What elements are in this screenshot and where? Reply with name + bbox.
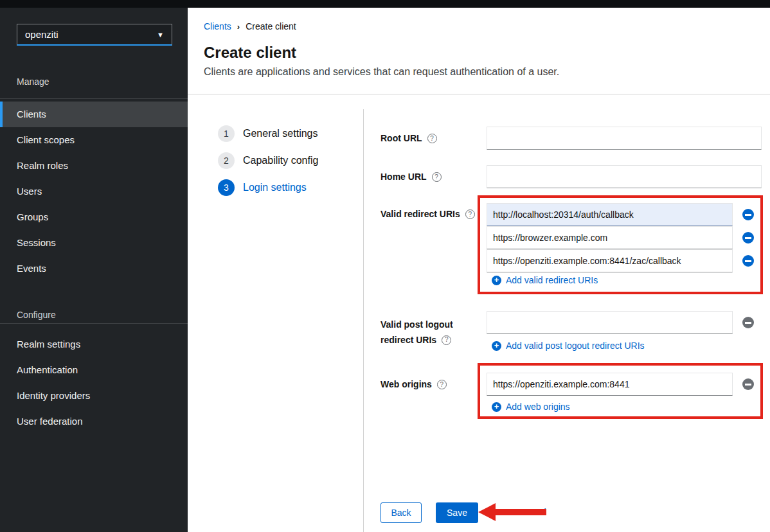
sidebar-item-clients[interactable]: Clients xyxy=(0,102,188,127)
annotation-arrow xyxy=(478,503,496,521)
help-icon[interactable]: ? xyxy=(427,134,437,143)
sidebar-item-groups[interactable]: Groups xyxy=(0,204,188,230)
realm-selector-value: openziti xyxy=(25,29,58,40)
sidebar-item-identity-providers[interactable]: Identity providers xyxy=(0,383,188,409)
back-button[interactable]: Back xyxy=(381,502,422,523)
step-number-badge: 1 xyxy=(218,125,235,142)
sidebar-item-sessions[interactable]: Sessions xyxy=(0,230,188,256)
home-url-label: Home URL ? xyxy=(381,172,442,182)
redirect-uri-input-2[interactable] xyxy=(487,226,733,249)
nav-section-title-manage: Manage xyxy=(17,76,49,87)
breadcrumb-current: Create client xyxy=(246,21,296,31)
help-icon[interactable]: ? xyxy=(432,172,442,182)
wizard-step-label: General settings xyxy=(243,128,318,139)
root-url-input[interactable] xyxy=(487,127,762,150)
nav-divider xyxy=(0,98,188,99)
wizard-step-label: Capability config xyxy=(243,155,318,166)
redirect-uri-input-3[interactable] xyxy=(487,249,733,272)
remove-redirect-uri-2-minus-icon[interactable] xyxy=(742,232,754,244)
valid-post-logout-label: Valid post logout redirect URIs ? xyxy=(381,317,483,348)
help-icon[interactable]: ? xyxy=(437,380,447,389)
sidebar-item-user-federation[interactable]: User federation xyxy=(0,409,188,434)
add-web-origins-link[interactable]: + Add web origins xyxy=(492,402,570,412)
plus-icon: + xyxy=(492,276,501,285)
page-subtitle: Clients are applications and services th… xyxy=(204,66,559,78)
wizard-step-general-settings[interactable]: 1 General settings xyxy=(218,125,318,142)
plus-icon: + xyxy=(492,341,501,351)
home-url-input[interactable] xyxy=(487,165,762,188)
valid-redirect-uris-label: Valid redirect URIs ? xyxy=(381,209,475,219)
header-divider xyxy=(188,94,770,94)
main-content: Clients › Create client Create client Cl… xyxy=(188,8,770,532)
breadcrumb: Clients › Create client xyxy=(204,21,296,31)
step-number-badge: 3 xyxy=(218,179,235,196)
wizard-step-login-settings[interactable]: 3 Login settings xyxy=(218,179,307,196)
post-logout-uri-input[interactable] xyxy=(487,311,733,334)
plus-icon: + xyxy=(492,402,501,412)
sidebar-item-realm-roles[interactable]: Realm roles xyxy=(0,153,188,179)
root-url-label: Root URL ? xyxy=(381,133,437,143)
add-post-logout-uris-link[interactable]: + Add valid post logout redirect URIs xyxy=(492,341,645,351)
remove-web-origin-minus-icon xyxy=(742,378,754,390)
wizard-step-label: Login settings xyxy=(243,182,307,193)
sidebar-item-events[interactable]: Events xyxy=(0,256,188,281)
nav-section-title-configure: Configure xyxy=(17,310,56,320)
web-origins-input[interactable] xyxy=(487,373,733,396)
nav-divider xyxy=(0,323,188,324)
remove-redirect-uri-3-minus-icon[interactable] xyxy=(742,255,754,267)
redirect-uri-input-1[interactable] xyxy=(487,203,733,226)
page-title: Create client xyxy=(204,44,296,62)
wizard-nav-divider xyxy=(363,109,364,532)
realm-selector-dropdown[interactable]: openziti ▼ xyxy=(17,24,172,46)
step-number-badge: 2 xyxy=(218,152,235,169)
caret-down-icon: ▼ xyxy=(157,31,164,39)
save-button[interactable]: Save xyxy=(436,502,478,523)
masthead xyxy=(0,0,770,8)
breadcrumb-separator-icon: › xyxy=(237,22,240,31)
add-valid-redirect-uris-link[interactable]: + Add valid redirect URIs xyxy=(492,275,598,285)
remove-post-logout-uri-minus-icon xyxy=(742,317,754,328)
remove-redirect-uri-1-minus-icon[interactable] xyxy=(742,209,754,220)
sidebar: openziti ▼ Manage Clients Client scopes … xyxy=(0,8,188,532)
sidebar-item-users[interactable]: Users xyxy=(0,179,188,204)
wizard-step-capability-config[interactable]: 2 Capability config xyxy=(218,152,318,169)
help-icon[interactable]: ? xyxy=(465,209,475,219)
help-icon[interactable]: ? xyxy=(442,335,451,345)
sidebar-item-client-scopes[interactable]: Client scopes xyxy=(0,127,188,153)
breadcrumb-link-clients[interactable]: Clients xyxy=(204,21,231,31)
sidebar-item-authentication[interactable]: Authentication xyxy=(0,357,188,383)
sidebar-item-realm-settings[interactable]: Realm settings xyxy=(0,332,188,357)
annotation-arrow-tail xyxy=(495,509,546,515)
web-origins-label: Web origins ? xyxy=(381,379,447,389)
